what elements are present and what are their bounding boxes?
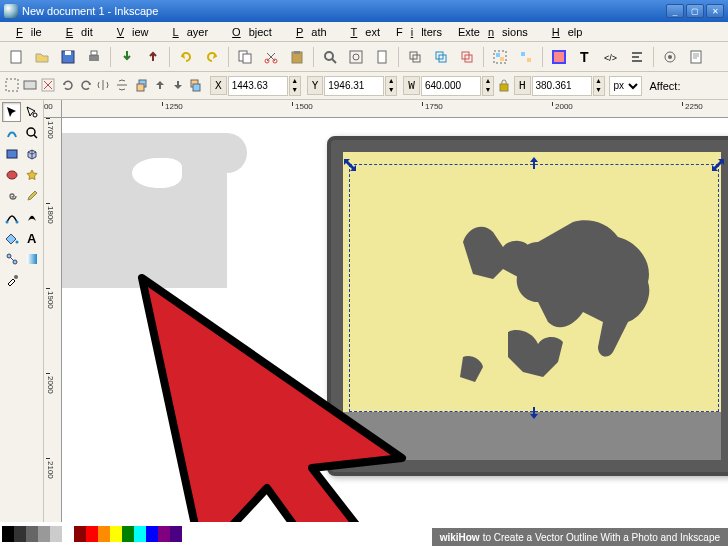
y-input[interactable]: [324, 76, 384, 96]
menu-edit[interactable]: Edit: [50, 24, 101, 40]
close-button[interactable]: ✕: [706, 4, 724, 18]
lower-bottom-button[interactable]: [188, 77, 204, 95]
scale-handle-n[interactable]: [527, 156, 541, 170]
color-swatch[interactable]: [26, 526, 38, 542]
ellipse-tool[interactable]: [2, 165, 21, 185]
export-button[interactable]: [141, 45, 165, 69]
xml-editor-button[interactable]: </>: [599, 45, 623, 69]
selector-tool[interactable]: [2, 102, 21, 122]
canvas[interactable]: 100012501500175020002250 170018001900200…: [44, 100, 728, 522]
zoom-drawing-button[interactable]: [344, 45, 368, 69]
menu-view[interactable]: View: [101, 24, 157, 40]
scale-handle-s[interactable]: [527, 406, 541, 420]
raise-button[interactable]: [152, 77, 168, 95]
bezier-tool[interactable]: [2, 207, 21, 227]
select-layer-button[interactable]: [22, 77, 38, 95]
w-spinner[interactable]: ▲▼: [482, 76, 494, 96]
color-swatch[interactable]: [38, 526, 50, 542]
caption-brand: wikiHow: [440, 532, 480, 543]
pencil-tool[interactable]: [22, 186, 41, 206]
x-spinner[interactable]: ▲▼: [289, 76, 301, 96]
open-button[interactable]: [30, 45, 54, 69]
unit-select[interactable]: px: [609, 76, 642, 96]
svg-rect-2: [65, 51, 71, 55]
menu-filters[interactable]: Filters: [388, 24, 450, 40]
menu-text[interactable]: Text: [335, 24, 388, 40]
rotate-cw-button[interactable]: [78, 77, 94, 95]
bitmap-frame[interactable]: [327, 136, 728, 476]
affect-label: Affect:: [650, 80, 681, 92]
flip-v-button[interactable]: [114, 77, 130, 95]
dropper-tool[interactable]: [2, 270, 22, 290]
redo-button[interactable]: [200, 45, 224, 69]
new-doc-button[interactable]: [4, 45, 28, 69]
lower-button[interactable]: [170, 77, 186, 95]
color-swatch[interactable]: [134, 526, 146, 542]
node-tool[interactable]: [22, 102, 41, 122]
group-button[interactable]: [488, 45, 512, 69]
raise-top-button[interactable]: [134, 77, 150, 95]
text-tool[interactable]: A: [22, 228, 41, 248]
doc-props-button[interactable]: [684, 45, 708, 69]
menu-extensions[interactable]: Extensions: [450, 24, 536, 40]
rotate-ccw-button[interactable]: [60, 77, 76, 95]
text-dialog-button[interactable]: T: [573, 45, 597, 69]
minimize-button[interactable]: _: [666, 4, 684, 18]
menu-layer[interactable]: Layer: [157, 24, 217, 40]
select-all-button[interactable]: [4, 77, 20, 95]
deselect-button[interactable]: [40, 77, 56, 95]
y-spinner[interactable]: ▲▼: [385, 76, 397, 96]
spiral-tool[interactable]: [2, 186, 21, 206]
flip-h-button[interactable]: [96, 77, 112, 95]
color-swatch[interactable]: [122, 526, 134, 542]
color-swatch[interactable]: [98, 526, 110, 542]
color-swatch[interactable]: [170, 526, 182, 542]
color-swatch[interactable]: [50, 526, 62, 542]
zoom-fit-button[interactable]: [318, 45, 342, 69]
undo-button[interactable]: [174, 45, 198, 69]
align-dialog-button[interactable]: [625, 45, 649, 69]
lock-aspect-button[interactable]: [498, 77, 510, 95]
color-swatch[interactable]: [74, 526, 86, 542]
calligraphy-tool[interactable]: [22, 207, 41, 227]
color-swatch[interactable]: [86, 526, 98, 542]
menu-help[interactable]: Help: [536, 24, 591, 40]
tweak-tool[interactable]: [2, 123, 21, 143]
w-input[interactable]: [421, 76, 481, 96]
color-swatch[interactable]: [158, 526, 170, 542]
gradient-tool[interactable]: [22, 249, 41, 269]
3dbox-tool[interactable]: [22, 144, 41, 164]
menu-object[interactable]: Object: [216, 24, 280, 40]
color-swatch[interactable]: [146, 526, 158, 542]
rect-tool[interactable]: [2, 144, 21, 164]
connector-tool[interactable]: [2, 249, 21, 269]
bucket-tool[interactable]: [2, 228, 21, 248]
x-input[interactable]: [228, 76, 288, 96]
star-tool[interactable]: [22, 165, 41, 185]
color-swatch[interactable]: [62, 526, 74, 542]
maximize-button[interactable]: ▢: [686, 4, 704, 18]
unlink-clone-button[interactable]: [455, 45, 479, 69]
fill-stroke-button[interactable]: [547, 45, 571, 69]
menu-path[interactable]: Path: [280, 24, 335, 40]
save-button[interactable]: [56, 45, 80, 69]
scale-handle-ne[interactable]: [711, 158, 725, 172]
clone-button[interactable]: [429, 45, 453, 69]
color-swatch[interactable]: [2, 526, 14, 542]
prefs-button[interactable]: [658, 45, 682, 69]
ungroup-button[interactable]: [514, 45, 538, 69]
zoom-page-button[interactable]: [370, 45, 394, 69]
cut-button[interactable]: [259, 45, 283, 69]
h-spinner[interactable]: ▲▼: [593, 76, 605, 96]
color-swatch[interactable]: [110, 526, 122, 542]
color-swatch[interactable]: [14, 526, 26, 542]
import-button[interactable]: [115, 45, 139, 69]
zoom-tool[interactable]: [22, 123, 41, 143]
h-input[interactable]: [532, 76, 592, 96]
menu-file[interactable]: File: [0, 24, 50, 40]
copy-button[interactable]: [233, 45, 257, 69]
duplicate-button[interactable]: [403, 45, 427, 69]
paste-button[interactable]: [285, 45, 309, 69]
scale-handle-nw[interactable]: [343, 158, 357, 172]
print-button[interactable]: [82, 45, 106, 69]
